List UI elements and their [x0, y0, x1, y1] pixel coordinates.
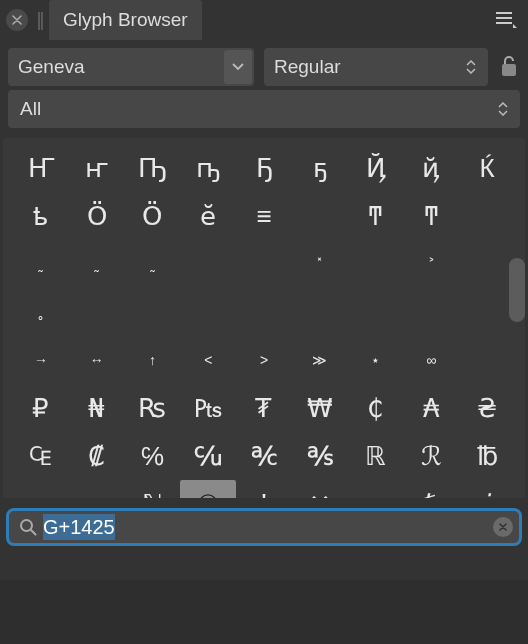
glyph-cell[interactable]: ₳ [403, 384, 459, 432]
glyph-cell[interactable] [403, 288, 459, 336]
dropdown-stepper [498, 90, 512, 128]
tab-label: Glyph Browser [63, 9, 188, 31]
glyph-cell[interactable]: ˷ [125, 240, 181, 288]
glyph-cell[interactable]: ˟ [292, 240, 348, 288]
glyph-cell[interactable]: ҥ [69, 144, 125, 192]
glyph-cell[interactable]: ₨ [125, 384, 181, 432]
glyph-cell[interactable]: ℔ [459, 432, 515, 480]
tab-glyph-browser[interactable]: Glyph Browser [49, 0, 202, 40]
glyph-cell[interactable]: ₠ [13, 432, 69, 480]
glyph-cell[interactable] [348, 288, 404, 336]
glyph-cell[interactable]: → [13, 336, 69, 384]
svg-line-5 [31, 530, 36, 535]
glyph-filter-dropdown[interactable]: All [8, 90, 520, 128]
glyph-cell[interactable]: Ҥ [13, 144, 69, 192]
glyph-cell[interactable]: ҍ [13, 192, 69, 240]
glyph-cell[interactable]: ✕ [292, 480, 348, 498]
glyph-cell[interactable]: ℅ [125, 432, 181, 480]
glyph-cell[interactable]: Ќ [459, 144, 515, 192]
menu-lines-icon [494, 10, 518, 30]
glyph-cell[interactable]: TEL [13, 480, 69, 498]
glyph-cell[interactable]: ₦ [69, 384, 125, 432]
glyph-cell[interactable]: > [236, 336, 292, 384]
glyph-cell[interactable]: ℕ [125, 480, 181, 498]
glyph-cell[interactable]: FAX [69, 480, 125, 498]
panel-footer [0, 580, 528, 644]
search-field[interactable]: G+1425 [6, 508, 522, 546]
search-input[interactable]: G+1425 [43, 516, 487, 539]
glyph-cell[interactable]: ҕ [292, 144, 348, 192]
glyph-cell[interactable]: ₩ [292, 384, 348, 432]
font-family-dropdown[interactable]: Geneva [8, 48, 254, 86]
glyph-cell[interactable] [292, 288, 348, 336]
chevron-down-icon [466, 68, 476, 74]
dropdown-stepper [466, 48, 480, 86]
glyph-cell[interactable]: ↔ [69, 336, 125, 384]
glyph-cell[interactable] [236, 240, 292, 288]
glyph-cell[interactable] [348, 240, 404, 288]
close-icon [12, 15, 22, 25]
scrollbar-thumb[interactable] [509, 258, 525, 322]
glyph-cell[interactable]: ℛ [403, 432, 459, 480]
glyph-cell[interactable]: Ӧ [69, 192, 125, 240]
glyph-cell[interactable] [459, 336, 515, 384]
glyph-cell[interactable]: ℗ [180, 480, 236, 498]
font-family-value: Geneva [18, 56, 85, 78]
glyph-filter-value: All [20, 98, 41, 120]
glyph-cell[interactable]: ₽ [13, 384, 69, 432]
glyph-cell[interactable]: ↑ [125, 336, 181, 384]
glyph-cell[interactable]: ͳ [348, 192, 404, 240]
glyph-cell[interactable]: ≡ [236, 192, 292, 240]
glyph-cell[interactable]: ℏ [403, 480, 459, 498]
glyph-cell[interactable]: < [180, 336, 236, 384]
glyph-cell[interactable] [125, 288, 181, 336]
glyph-cell[interactable]: ͳ [403, 192, 459, 240]
glyph-cell[interactable]: Ҧ [125, 144, 181, 192]
glyph-cell[interactable]: ˷ [69, 240, 125, 288]
svg-rect-3 [502, 64, 516, 76]
glyph-cell[interactable]: ∞ [403, 336, 459, 384]
glyph-cell[interactable]: ⅉ [459, 480, 515, 498]
glyph-cell[interactable]: ₵ [348, 384, 404, 432]
glyph-cell[interactable]: † [236, 480, 292, 498]
glyph-cell[interactable]: ⋆ [348, 336, 404, 384]
glyph-cell[interactable]: Ӧ [125, 192, 181, 240]
glyph-cell[interactable]: ℆ [180, 432, 236, 480]
glyph-cell[interactable]: ˃ [403, 240, 459, 288]
glyph-cell[interactable]: ₧ [180, 384, 236, 432]
glyph-cell[interactable] [180, 240, 236, 288]
lock-toggle[interactable] [498, 52, 520, 82]
glyph-cell[interactable]: ₋ [348, 480, 404, 498]
glyph-cell[interactable] [459, 288, 515, 336]
panel-header: ‖ Glyph Browser [0, 0, 528, 40]
glyph-grid[interactable]: ҤҥҦҧҔҕҊҋЌҍӦӦӗ≡ͳͳ˷˷˷˟˃˳→↔↑<>≫⋆∞₽₦₨₧₮₩₵₳₴₠… [3, 138, 525, 498]
chevron-down-icon [498, 110, 508, 116]
glyph-cell[interactable] [459, 192, 515, 240]
filter-row: All [0, 90, 528, 138]
glyph-cell[interactable] [236, 288, 292, 336]
glyph-cell[interactable]: ˳ [13, 288, 69, 336]
glyph-cell[interactable]: ₴ [459, 384, 515, 432]
glyph-cell[interactable] [292, 192, 348, 240]
glyph-cell[interactable]: ≫ [292, 336, 348, 384]
clear-icon [499, 523, 507, 531]
glyph-cell[interactable]: Ҕ [236, 144, 292, 192]
close-button[interactable] [6, 9, 28, 31]
glyph-cell[interactable]: Ҋ [348, 144, 404, 192]
glyph-cell[interactable]: ₡ [69, 432, 125, 480]
glyph-cell[interactable] [459, 240, 515, 288]
chevron-down-icon [232, 63, 244, 71]
glyph-cell[interactable]: ҧ [180, 144, 236, 192]
glyph-cell[interactable] [69, 288, 125, 336]
font-style-dropdown[interactable]: Regular [264, 48, 488, 86]
glyph-cell[interactable] [180, 288, 236, 336]
glyph-cell[interactable]: ˷ [13, 240, 69, 288]
glyph-cell[interactable]: ℁ [292, 432, 348, 480]
glyph-cell[interactable]: ℀ [236, 432, 292, 480]
glyph-cell[interactable]: ℝ [348, 432, 404, 480]
glyph-cell[interactable]: ҋ [403, 144, 459, 192]
glyph-cell[interactable]: ӗ [180, 192, 236, 240]
glyph-cell[interactable]: ₮ [236, 384, 292, 432]
clear-search-button[interactable] [493, 517, 513, 537]
panel-menu-button[interactable] [494, 10, 518, 30]
